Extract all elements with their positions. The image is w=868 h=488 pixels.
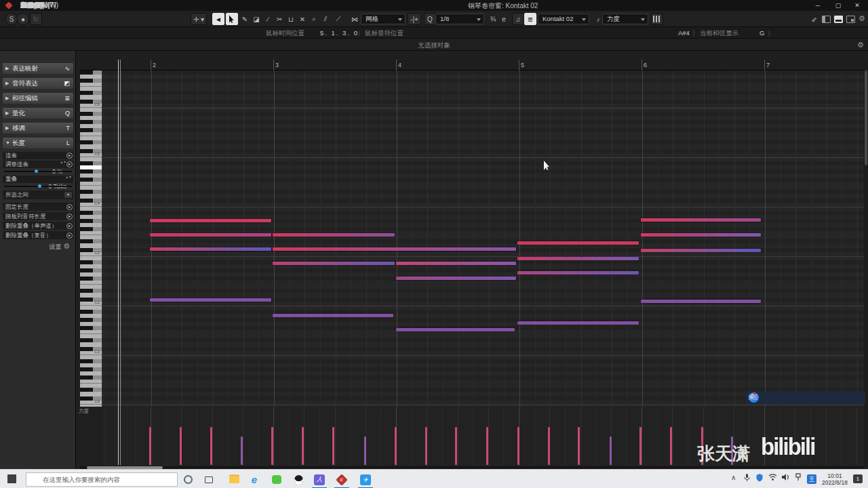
velocity-bar[interactable] xyxy=(271,427,273,465)
midi-note[interactable] xyxy=(641,233,761,237)
zoom-tool-icon[interactable]: ⌕ xyxy=(308,13,320,25)
midi-note[interactable] xyxy=(396,328,515,331)
velocity-bar[interactable] xyxy=(639,427,642,465)
midi-note[interactable] xyxy=(517,271,639,274)
line-tool-icon[interactable]: ⫽ xyxy=(319,13,332,25)
draw-tool-icon[interactable]: ✎ xyxy=(239,13,251,25)
apply-icon[interactable]: ▸ xyxy=(66,232,73,239)
wechat-icon[interactable] xyxy=(269,472,284,487)
velocity-bar[interactable] xyxy=(670,427,672,465)
quantize-preset-dropdown[interactable]: 1/8 xyxy=(435,14,484,24)
midi-note[interactable] xyxy=(273,262,395,265)
mute-tool-icon[interactable]: ✕ xyxy=(296,13,309,25)
legato-row[interactable]: 连奏▸ xyxy=(3,152,73,159)
length-action-4[interactable]: 删除重叠（复音）▸ xyxy=(3,231,73,239)
acoustic-feedback-button[interactable]: ◄ xyxy=(212,13,224,25)
midi-note[interactable] xyxy=(273,233,395,237)
legato-mode-dropdown[interactable]: 所选之间▾ xyxy=(3,190,73,199)
taskbar-search-input[interactable]: 在这里输入你要搜索的内容 xyxy=(26,472,178,487)
midi-note[interactable] xyxy=(641,218,761,222)
midi-note[interactable] xyxy=(517,321,639,325)
midi-note[interactable] xyxy=(150,247,271,251)
velocity-bar[interactable] xyxy=(517,427,519,465)
velocity-bar[interactable] xyxy=(610,436,612,465)
left-zone-toggle-icon[interactable] xyxy=(822,16,831,23)
taskbar-clock[interactable]: 10:01 2022/6/18 xyxy=(819,472,850,486)
notification-center-icon[interactable]: 1 xyxy=(853,474,863,483)
trim-tool-icon[interactable]: ∕ xyxy=(262,13,274,25)
midi-note[interactable] xyxy=(150,298,271,302)
length-action-2[interactable]: 踏板到音符长度▸ xyxy=(3,212,73,220)
midi-note[interactable] xyxy=(396,277,516,280)
menu-item[interactable]: 帮助(L) xyxy=(20,1,42,10)
timeline-ruler[interactable]: 234567 xyxy=(80,60,864,70)
length-action-3[interactable]: 删除重叠（单声道）▸ xyxy=(3,222,73,230)
apply-icon[interactable]: ▸ xyxy=(66,214,73,220)
velocity-bar[interactable] xyxy=(302,427,304,465)
qq-icon[interactable] xyxy=(291,472,306,487)
ime-language-icon[interactable]: 王 xyxy=(807,474,816,484)
inspector-section-2[interactable]: ▶音符表达◩ xyxy=(3,78,73,89)
gear-icon[interactable]: ⚙ xyxy=(63,242,70,250)
midi-note[interactable] xyxy=(517,257,639,260)
tray-expand-icon[interactable]: ∧ xyxy=(731,474,736,481)
midi-note[interactable] xyxy=(396,262,516,265)
info-setup-gear-icon[interactable]: ⚙ xyxy=(857,41,864,49)
apply-icon[interactable]: ▸ xyxy=(66,152,73,159)
cubase-taskbar-icon[interactable]: C xyxy=(334,472,349,487)
solo-editor-button[interactable]: S xyxy=(5,13,18,25)
length-action-1[interactable]: 固定长度▸ xyxy=(3,203,73,211)
midi-note[interactable] xyxy=(517,241,639,245)
midi-note[interactable] xyxy=(150,233,271,237)
part-selector-dropdown[interactable]: Kontakt 02 xyxy=(538,14,589,24)
adjust-legato-slider[interactable] xyxy=(4,171,72,172)
controller-setup-icon[interactable] xyxy=(651,13,663,25)
midi-note[interactable] xyxy=(641,249,761,252)
blue-app-icon[interactable]: ✈ xyxy=(358,472,373,487)
inspector-section-1[interactable]: ▶表达映射∿ xyxy=(3,63,73,74)
scrollbar-thumb[interactable] xyxy=(865,70,867,165)
glue-tool-icon[interactable]: ⊔ xyxy=(285,13,297,25)
overlap-slider[interactable] xyxy=(4,186,72,187)
split-tool-icon[interactable]: ✂ xyxy=(273,13,285,25)
start-button-icon[interactable] xyxy=(7,474,16,483)
note-length-display-button[interactable]: ♫ xyxy=(512,13,524,25)
inspector-section-6[interactable]: ▼长度L xyxy=(3,138,73,148)
object-selection-tool[interactable] xyxy=(226,13,238,25)
midi-note[interactable] xyxy=(273,314,393,317)
autoscroll-button[interactable]: ✛ ▾ xyxy=(191,13,207,25)
velocity-bar[interactable] xyxy=(180,427,182,465)
purple-app-icon[interactable]: 人 xyxy=(312,472,327,487)
setup-row[interactable]: 设置 ⚙ xyxy=(50,242,70,251)
velocity-bar[interactable] xyxy=(425,427,427,465)
erase-tool-icon[interactable]: ◪ xyxy=(250,13,262,25)
settings-gear-icon[interactable]: ⚙ xyxy=(749,391,755,404)
toolbar-setup-gear-icon[interactable]: ⚙ xyxy=(859,14,865,23)
slider-handle[interactable] xyxy=(35,169,38,173)
controller-lane-dropdown[interactable]: 力度 xyxy=(602,14,648,24)
piano-keyboard[interactable]: C6C5C4C3C2C1C0 xyxy=(80,70,102,407)
midi-note[interactable] xyxy=(641,300,761,303)
file-explorer-icon[interactable] xyxy=(226,472,241,487)
midi-note[interactable] xyxy=(150,219,271,222)
velocity-bar[interactable] xyxy=(149,427,151,465)
playhead-line[interactable] xyxy=(118,60,119,465)
snap-adjust-button[interactable]: -|+ xyxy=(408,13,421,25)
inspector-section-4[interactable]: ▶量化Q xyxy=(3,108,73,119)
iterative-quantize-button[interactable]: e xyxy=(498,13,510,25)
curve-tool-icon[interactable]: ⟋ xyxy=(332,13,344,25)
grid-type-dropdown[interactable]: 网格 xyxy=(361,14,406,24)
snap-toggle-icon[interactable]: ⋈ xyxy=(349,13,361,25)
retro-record-icon[interactable]: ↻ xyxy=(30,13,42,25)
inspector-section-5[interactable]: ▶移调T xyxy=(3,123,73,134)
velocity-bar[interactable] xyxy=(548,427,550,465)
note-grid[interactable] xyxy=(102,70,864,407)
zone-layout-icon[interactable] xyxy=(846,16,855,23)
chevron-down-icon[interactable]: ▾ xyxy=(64,192,72,198)
maximize-button[interactable]: ▢ xyxy=(829,0,848,11)
velocity-bar[interactable] xyxy=(241,436,243,465)
quantize-icon[interactable]: Q xyxy=(424,13,436,25)
minimize-button[interactable]: ─ xyxy=(808,0,827,11)
task-view-icon[interactable] xyxy=(201,472,216,487)
cortana-icon[interactable] xyxy=(180,472,195,487)
